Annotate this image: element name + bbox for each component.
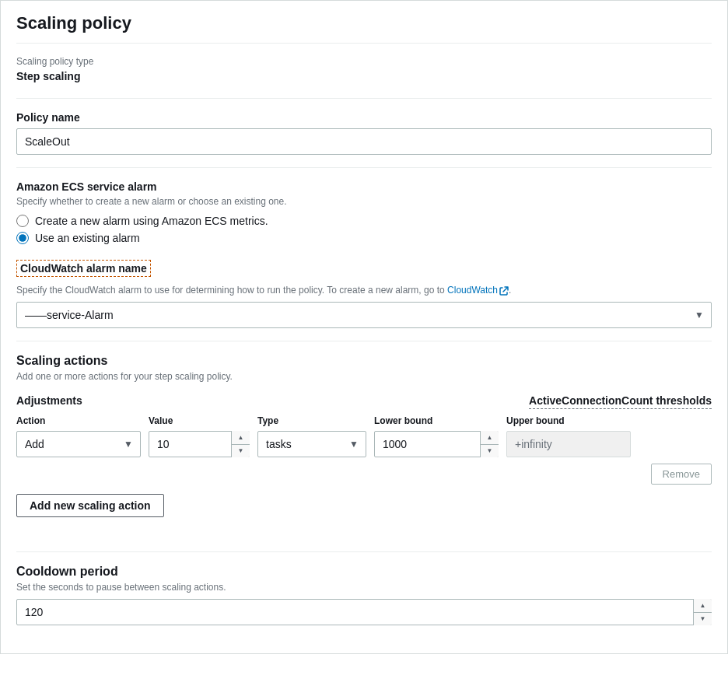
policy-name-input[interactable] [16, 128, 712, 155]
type-select[interactable]: tasks [257, 431, 366, 457]
type-select-wrapper: tasks ▼ [257, 431, 366, 457]
value-spinner: ▲ ▼ [149, 431, 250, 457]
alarm-option-new[interactable]: Create a new alarm using Amazon ECS metr… [16, 215, 712, 227]
alarm-option-existing-label: Use an existing alarm [35, 232, 140, 244]
adjustments-section: Adjustments ActiveConnectionCount thresh… [16, 394, 712, 485]
upper-bound-cell: +infinity [506, 431, 631, 457]
value-cell: ▲ ▼ [149, 431, 250, 457]
value-increment-button[interactable]: ▲ [232, 431, 250, 445]
alarm-section: Amazon ECS service alarm Specify whether… [16, 180, 712, 244]
adjustments-label: Adjustments [16, 394, 82, 409]
lower-bound-decrement-button[interactable]: ▼ [481, 445, 499, 458]
action-cell: Add ▼ [16, 431, 141, 457]
cloudwatch-link[interactable]: CloudWatch [447, 285, 509, 296]
lower-bound-increment-button[interactable]: ▲ [481, 431, 499, 445]
policy-type-value: Step scaling [16, 70, 712, 82]
policy-name-label: Policy name [16, 111, 712, 124]
cooldown-input[interactable] [16, 599, 712, 625]
scaling-actions-section: Scaling actions Add one or more actions … [16, 354, 712, 536]
cloudwatch-desc-suffix: . [509, 285, 511, 296]
alarm-radio-group: Create a new alarm using Amazon ECS metr… [16, 215, 712, 244]
scaling-actions-title: Scaling actions [16, 354, 712, 368]
cloudwatch-group: CloudWatch alarm name Specify the CloudW… [16, 260, 712, 328]
cooldown-decrement-button[interactable]: ▼ [694, 613, 712, 626]
cooldown-spinner: ▲ ▼ [16, 599, 712, 625]
scaling-actions-desc: Add one or more actions for your step sc… [16, 371, 712, 382]
remove-button[interactable]: Remove [651, 464, 712, 485]
cooldown-title: Cooldown period [16, 565, 712, 579]
col-header-action: Action [16, 415, 141, 426]
cloudwatch-desc: Specify the CloudWatch alarm to use for … [16, 285, 712, 296]
divider-1 [16, 98, 712, 99]
action-select[interactable]: Add [16, 431, 141, 457]
col-header-value: Value [149, 415, 250, 426]
col-header-upper: Upper bound [506, 415, 631, 426]
adjustments-header: Adjustments ActiveConnectionCount thresh… [16, 394, 712, 409]
cloudwatch-desc-prefix: Specify the CloudWatch alarm to use for … [16, 285, 447, 296]
policy-name-group: Policy name [16, 111, 712, 155]
scaling-policy-form: Scaling policy Scaling policy type Step … [0, 0, 728, 654]
lower-bound-spinner-buttons: ▲ ▼ [480, 431, 499, 457]
infinity-value: +infinity [515, 438, 552, 450]
divider-2 [16, 167, 712, 168]
cloudwatch-alarm-select[interactable]: ——service-Alarm [16, 302, 712, 328]
cooldown-desc: Set the seconds to pause between scaling… [16, 582, 712, 593]
policy-type-section: Scaling policy type Step scaling [16, 56, 712, 82]
upper-bound-infinity: +infinity [506, 431, 631, 457]
alarm-radio-existing[interactable] [16, 232, 29, 244]
cloudwatch-alarm-select-wrapper: ——service-Alarm ▼ [16, 302, 712, 328]
value-decrement-button[interactable]: ▼ [232, 445, 250, 458]
divider-4 [16, 551, 712, 552]
cooldown-increment-button[interactable]: ▲ [694, 599, 712, 613]
action-select-wrapper: Add ▼ [16, 431, 141, 457]
alarm-title: Amazon ECS service alarm [16, 180, 712, 193]
col-header-type: Type [257, 415, 366, 426]
divider-3 [16, 341, 712, 341]
cooldown-spinner-buttons: ▲ ▼ [693, 599, 712, 625]
lower-bound-spinner: ▲ ▼ [374, 431, 499, 457]
policy-type-label: Scaling policy type [16, 56, 712, 67]
table-header-row: Action Value Type Lower bound Upper boun… [16, 415, 712, 426]
lower-bound-cell: ▲ ▼ [374, 431, 499, 457]
col-header-lower: Lower bound [374, 415, 499, 426]
cooldown-section: Cooldown period Set the seconds to pause… [16, 565, 712, 625]
remove-btn-row: Remove [16, 464, 712, 485]
alarm-option-new-label: Create a new alarm using Amazon ECS metr… [35, 215, 268, 227]
alarm-option-existing[interactable]: Use an existing alarm [16, 232, 712, 244]
table-row: Add ▼ ▲ ▼ [16, 431, 712, 457]
alarm-desc: Specify whether to create a new alarm or… [16, 196, 712, 207]
external-link-icon [499, 286, 509, 296]
type-cell: tasks ▼ [257, 431, 366, 457]
cloudwatch-alarm-label: CloudWatch alarm name [16, 260, 151, 277]
thresholds-label: ActiveConnectionCount thresholds [529, 394, 712, 409]
alarm-radio-new[interactable] [16, 215, 29, 227]
page-title: Scaling policy [16, 13, 712, 44]
value-spinner-buttons: ▲ ▼ [231, 431, 250, 457]
add-scaling-action-button[interactable]: Add new scaling action [16, 494, 164, 517]
